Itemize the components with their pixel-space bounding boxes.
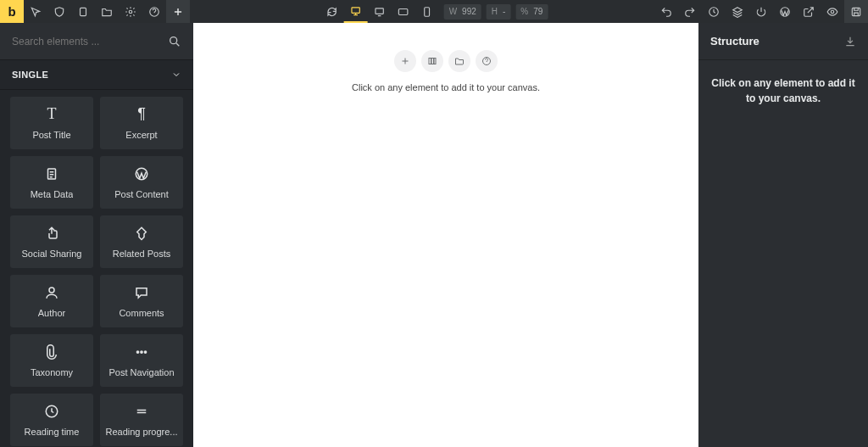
tablet-portrait-icon[interactable] [415, 0, 439, 23]
structure-panel: Structure Click on any element to add it… [698, 23, 868, 447]
canvas-hint: Click on any element to add it to your c… [352, 82, 540, 92]
topbar: b W992 H- %79 [0, 0, 868, 23]
pilcrow-icon: ¶ [137, 106, 146, 123]
wordpress-icon[interactable] [773, 0, 797, 23]
svg-point-16 [144, 351, 146, 353]
element-label: Post Content [114, 189, 169, 199]
svg-point-10 [170, 36, 177, 43]
download-icon[interactable] [844, 36, 856, 47]
svg-rect-5 [398, 8, 408, 14]
search-icon[interactable] [168, 35, 181, 48]
power-icon[interactable] [749, 0, 773, 23]
svg-rect-3 [352, 7, 359, 12]
element-label: Reading progre... [106, 427, 178, 437]
svg-rect-6 [425, 7, 430, 16]
element-taxonomy[interactable]: Taxonomy [10, 334, 93, 387]
element-label: Reading time [25, 427, 80, 437]
width-box[interactable]: W992 [444, 4, 481, 20]
canvas-help-icon[interactable] [476, 50, 498, 72]
svg-rect-9 [852, 8, 860, 15]
height-box[interactable]: H- [487, 4, 511, 20]
svg-rect-19 [431, 59, 434, 64]
history-icon[interactable] [702, 0, 726, 23]
pages-icon[interactable] [71, 0, 95, 23]
save-icon[interactable] [844, 0, 868, 23]
comment-icon [134, 284, 149, 301]
element-label: Post Navigation [108, 367, 174, 377]
lines-icon [134, 403, 149, 420]
element-excerpt[interactable]: ¶Excerpt [100, 97, 183, 149]
wp-icon [134, 165, 149, 182]
svg-point-15 [141, 351, 142, 353]
canvas[interactable]: Click on any element to add it to your c… [193, 23, 698, 447]
element-comments[interactable]: Comments [100, 275, 183, 327]
element-post-content[interactable]: Post Content [100, 156, 183, 209]
external-link-icon[interactable] [797, 0, 821, 23]
element-label: Comments [119, 308, 164, 318]
doc-lines-icon [44, 165, 59, 182]
elements-grid: TPost Title¶ExcerptMeta DataPost Content… [0, 90, 193, 447]
svg-rect-18 [429, 59, 431, 64]
chevron-down-icon [171, 70, 181, 80]
element-post-title[interactable]: TPost Title [10, 97, 93, 149]
pin-icon [134, 225, 149, 242]
topbar-left: b [0, 0, 190, 23]
element-meta-data[interactable]: Meta Data [10, 156, 93, 209]
dimensions: W992 H- %79 [444, 4, 548, 20]
svg-rect-4 [376, 8, 383, 13]
element-label: Social Sharing [22, 249, 82, 259]
element-label: Post Title [32, 130, 70, 140]
add-element-button[interactable] [166, 0, 190, 23]
svg-rect-0 [81, 8, 86, 15]
element-reading-time[interactable]: Reading time [10, 394, 93, 446]
tablet-landscape-icon[interactable] [392, 0, 415, 23]
desktop-full-icon[interactable] [344, 0, 368, 23]
category-header[interactable]: SINGLE [0, 59, 193, 89]
element-author[interactable]: Author [10, 275, 93, 327]
clock-icon [44, 403, 59, 420]
redo-icon[interactable] [678, 0, 702, 23]
structure-header: Structure [698, 23, 868, 60]
element-reading-progre-[interactable]: Reading progre... [100, 394, 183, 446]
structure-title: Structure [710, 35, 760, 47]
search-input[interactable] [12, 36, 168, 47]
zoom-box[interactable]: %79 [515, 4, 548, 20]
svg-rect-20 [434, 59, 436, 64]
folder-icon[interactable] [95, 0, 119, 23]
canvas-add-icon[interactable] [394, 50, 416, 72]
svg-point-1 [129, 10, 132, 14]
element-label: Meta Data [31, 189, 74, 199]
T-icon: T [47, 106, 57, 123]
element-related-posts[interactable]: Related Posts [100, 215, 183, 268]
svg-point-8 [831, 10, 834, 14]
svg-point-14 [136, 351, 138, 353]
pointer-icon[interactable] [24, 0, 47, 23]
gear-icon[interactable] [119, 0, 142, 23]
share-icon [44, 225, 59, 242]
topbar-right [654, 0, 868, 23]
desktop-icon[interactable] [368, 0, 392, 23]
search-bar [0, 23, 193, 59]
elements-sidebar: SINGLE TPost Title¶ExcerptMeta DataPost … [0, 23, 193, 447]
element-label: Excerpt [125, 130, 157, 140]
element-label: Taxonomy [31, 367, 73, 377]
canvas-quick-buttons [394, 50, 498, 72]
canvas-columns-icon[interactable] [421, 50, 443, 72]
brand-logo[interactable]: b [0, 0, 24, 23]
element-label: Related Posts [113, 249, 170, 259]
element-post-navigation[interactable]: Post Navigation [100, 334, 183, 387]
element-social-sharing[interactable]: Social Sharing [10, 215, 93, 268]
clip-icon [44, 344, 59, 360]
eye-icon[interactable] [821, 0, 844, 23]
dots-icon [134, 344, 149, 360]
structure-hint: Click on any element to add it to your c… [698, 60, 868, 121]
shield-icon[interactable] [47, 0, 71, 23]
category-label: SINGLE [12, 70, 48, 80]
element-label: Author [38, 308, 65, 318]
user-icon [44, 284, 59, 301]
layers-icon[interactable] [726, 0, 749, 23]
help-icon[interactable] [142, 0, 166, 23]
canvas-template-icon[interactable] [448, 50, 470, 72]
sync-icon[interactable] [320, 0, 344, 23]
undo-icon[interactable] [654, 0, 678, 23]
